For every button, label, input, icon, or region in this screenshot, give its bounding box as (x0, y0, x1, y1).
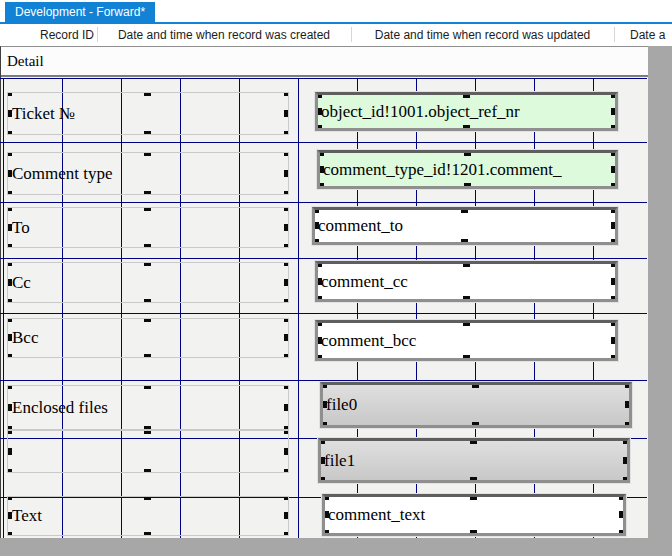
selection-handle[interactable] (284, 532, 289, 536)
selection-handle[interactable] (619, 530, 626, 536)
selection-handle[interactable] (611, 355, 618, 361)
selection-handle[interactable] (315, 320, 322, 326)
selection-handle[interactable] (611, 296, 618, 302)
selection-handle[interactable] (320, 401, 327, 408)
label-bcc[interactable]: Bcc (7, 318, 289, 358)
column-header-date-cut[interactable]: Date a (614, 24, 672, 46)
selection-handle[interactable] (144, 354, 151, 358)
column-header-date-updated[interactable]: Date and time when record was updated (351, 24, 614, 46)
selection-handle[interactable] (7, 354, 12, 358)
selection-handle[interactable] (7, 430, 12, 434)
selection-handle[interactable] (144, 207, 151, 211)
selection-handle[interactable] (315, 108, 322, 115)
selection-handle[interactable] (623, 438, 630, 444)
selection-handle[interactable] (284, 224, 289, 231)
selection-handle[interactable] (318, 477, 325, 483)
selection-handle[interactable] (318, 438, 325, 444)
selection-handle[interactable] (463, 320, 470, 326)
selection-handle[interactable] (144, 299, 151, 303)
label-comment-type[interactable]: Comment type (7, 152, 289, 195)
selection-handle[interactable] (463, 92, 470, 98)
selection-handle[interactable] (315, 261, 322, 267)
selection-handle[interactable] (144, 92, 151, 96)
selection-handle[interactable] (611, 166, 618, 173)
selection-handle[interactable] (7, 244, 12, 248)
field-comment-cc[interactable]: comment_cc (315, 261, 618, 302)
selection-handle[interactable] (315, 92, 322, 98)
selection-handle[interactable] (284, 512, 289, 519)
selection-handle[interactable] (619, 511, 626, 518)
selection-handle[interactable] (463, 261, 470, 267)
selection-handle[interactable] (470, 477, 477, 483)
selection-handle[interactable] (284, 92, 289, 96)
selection-handle[interactable] (472, 382, 479, 388)
selection-handle[interactable] (312, 222, 319, 229)
selection-handle[interactable] (284, 318, 289, 322)
selection-handle[interactable] (322, 530, 329, 536)
selection-handle[interactable] (7, 170, 12, 177)
selection-handle[interactable] (284, 404, 289, 411)
selection-handle[interactable] (144, 496, 151, 500)
selection-handle[interactable] (7, 110, 12, 117)
selection-handle[interactable] (7, 207, 12, 211)
selection-handle[interactable] (320, 382, 327, 388)
selection-handle[interactable] (625, 382, 632, 388)
selection-handle[interactable] (470, 494, 477, 500)
field-object-ref-nr[interactable]: object_id!1001.object_ref_nr (315, 92, 618, 131)
selection-handle[interactable] (315, 125, 322, 131)
selection-handle[interactable] (7, 496, 12, 500)
selection-handle[interactable] (7, 131, 12, 135)
selection-handle[interactable] (317, 166, 324, 173)
label-text-caption[interactable]: Text (7, 496, 289, 536)
selection-handle[interactable] (284, 299, 289, 303)
selection-handle[interactable] (312, 239, 319, 245)
selection-handle[interactable] (315, 355, 322, 361)
selection-handle[interactable] (144, 131, 151, 135)
selection-handle[interactable] (625, 422, 632, 428)
field-comment-to[interactable]: comment_to (312, 207, 618, 245)
selection-handle[interactable] (464, 150, 471, 156)
selection-handle[interactable] (7, 318, 12, 322)
selection-handle[interactable] (623, 457, 630, 464)
selection-handle[interactable] (7, 404, 12, 411)
selection-handle[interactable] (611, 108, 618, 115)
selection-handle[interactable] (611, 278, 618, 285)
selection-handle[interactable] (611, 222, 618, 229)
selection-handle[interactable] (284, 385, 289, 389)
selection-handle[interactable] (619, 494, 626, 500)
selection-handle[interactable] (317, 183, 324, 189)
tab-development-forward[interactable]: Development - Forward* (5, 2, 155, 22)
selection-handle[interactable] (284, 244, 289, 248)
selection-handle[interactable] (318, 457, 325, 464)
field-file1[interactable]: file1 (318, 438, 630, 483)
selection-handle[interactable] (284, 496, 289, 500)
selection-handle[interactable] (7, 152, 12, 156)
selection-handle[interactable] (623, 477, 630, 483)
selection-handle[interactable] (284, 354, 289, 358)
field-file0[interactable]: file0 (320, 382, 632, 428)
selection-handle[interactable] (611, 239, 618, 245)
selection-handle[interactable] (144, 385, 151, 389)
selection-handle[interactable] (284, 191, 289, 195)
selection-handle[interactable] (7, 262, 12, 266)
field-comment-type-id[interactable]: comment_type_id!1201.comment_ (317, 150, 618, 189)
selection-handle[interactable] (284, 170, 289, 177)
selection-handle[interactable] (7, 191, 12, 195)
selection-handle[interactable] (284, 334, 289, 341)
selection-handle[interactable] (284, 430, 289, 434)
selection-handle[interactable] (320, 422, 327, 428)
selection-handle[interactable] (7, 334, 12, 341)
selection-handle[interactable] (312, 207, 319, 213)
selection-handle[interactable] (611, 183, 618, 189)
selection-handle[interactable] (611, 150, 618, 156)
selection-handle[interactable] (284, 279, 289, 286)
selection-handle[interactable] (625, 401, 632, 408)
selection-handle[interactable] (144, 191, 151, 195)
selection-handle[interactable] (463, 355, 470, 361)
selection-handle[interactable] (144, 262, 151, 266)
selection-handle[interactable] (611, 337, 618, 344)
selection-handle[interactable] (7, 279, 12, 286)
selection-handle[interactable] (144, 532, 151, 536)
selection-handle[interactable] (7, 532, 12, 536)
label-to[interactable]: To (7, 207, 289, 248)
